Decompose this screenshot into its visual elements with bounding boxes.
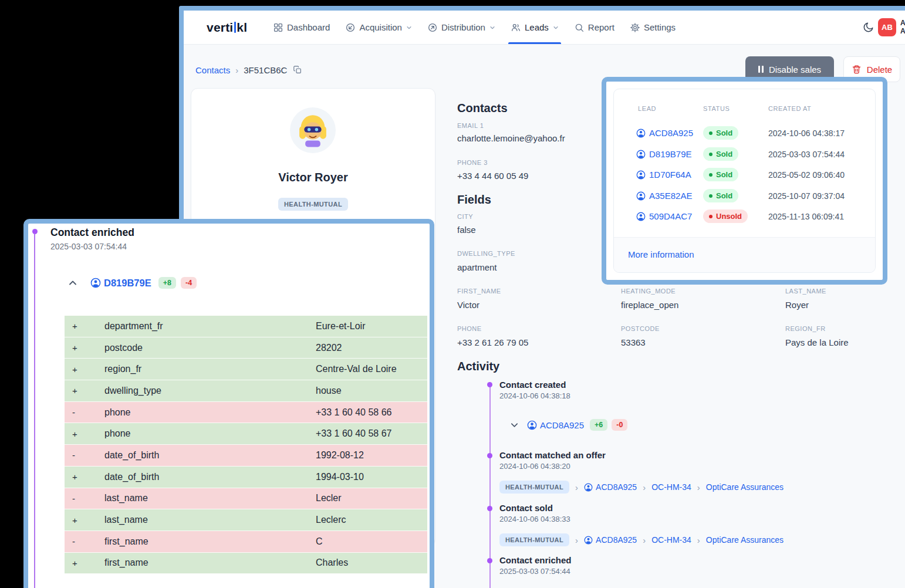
status-badge: Sold (703, 189, 738, 202)
table-row: D819B79E Sold 2025-03-03 07:54:44 (614, 144, 875, 164)
diff-row: - phone +33 1 60 40 58 66 (65, 402, 427, 424)
leads-icon (511, 22, 521, 33)
field-value-heating-mode: fireplace_open (621, 300, 678, 310)
field-value-city: false (457, 225, 476, 235)
nav-distribution[interactable]: Distribution (427, 11, 495, 44)
timeline-line (34, 234, 35, 588)
timeline-dot (487, 382, 492, 387)
nav-report-label: Report (588, 22, 614, 32)
chain-tag-health-mutual: HEALTH-MUTUAL (499, 533, 569, 546)
acquisition-icon (345, 22, 356, 33)
chain-lead-link[interactable]: ACD8A925 (584, 482, 637, 492)
more-information-link[interactable]: More information (628, 249, 694, 259)
chain-offer-link[interactable]: OC-HM-34 (651, 535, 691, 545)
distribution-icon (427, 22, 438, 33)
nav-settings[interactable]: Settings (630, 11, 676, 44)
chevron-down-icon (553, 25, 559, 31)
table-row: ACD8A925 Sold 2024-10-06 04:38:17 (614, 123, 875, 143)
timeline-dot (487, 506, 492, 511)
chevron-down-icon (510, 421, 519, 430)
lead-link[interactable]: D819B79E (90, 278, 151, 289)
avatar (290, 107, 336, 153)
status-badge: Unsold (703, 209, 748, 223)
chain-lead-link[interactable]: ACD8A925 (584, 535, 637, 545)
column-header-status: STATUS (703, 105, 730, 112)
user-avatar[interactable]: AB (878, 18, 896, 36)
event-contact-created-time: 2024-10-06 04:38:18 (499, 391, 570, 400)
event-contact-sold-time: 2024-10-06 04:38:33 (499, 515, 570, 523)
person-icon (584, 536, 593, 545)
diff-row: + last_name Leclerc (65, 509, 427, 531)
contact-name: Victor Royer (191, 171, 435, 184)
event-matched-offer-title: Contact matched an offer (499, 450, 606, 460)
diff-row: + region_fr Centre-Val de Loire (65, 359, 427, 380)
copy-icon (293, 65, 302, 75)
lead-link[interactable]: ACD8A925 (636, 123, 693, 143)
field-value-phone3: +33 4 44 60 05 49 (457, 171, 528, 181)
column-header-created-at: CREATED AT (768, 105, 811, 112)
superhero-avatar-icon (293, 111, 332, 150)
logo-bar-icon (234, 22, 236, 33)
field-label-postcode: POSTCODE (621, 325, 660, 332)
field-label-phone3: PHONE 3 (457, 159, 488, 166)
status-badge: Sold (703, 126, 738, 140)
field-value-first-name: Victor (457, 300, 479, 310)
diff-row: + postcode 28202 (65, 337, 427, 359)
nav-leads[interactable]: Leads (511, 11, 559, 44)
field-value-dwelling-type: apartment (457, 262, 497, 272)
logo-text-suffix: kl (237, 21, 247, 35)
event-contact-created-title: Contact created (499, 380, 566, 390)
person-icon (527, 420, 537, 430)
breadcrumb-separator: › (235, 65, 238, 75)
nav-dashboard[interactable]: Dashboard (273, 11, 330, 44)
diff-row: - last_name Lecler (65, 488, 427, 510)
fields-section-title: Fields (457, 193, 491, 207)
person-icon (90, 278, 101, 288)
lead-link[interactable]: 1D70F64A (636, 164, 691, 185)
lead-link[interactable]: 509D4AC7 (636, 206, 692, 227)
field-label-email1: EMAIL 1 (457, 122, 484, 129)
field-label-phone: PHONE (457, 325, 482, 332)
lead-diff-expander[interactable]: D819B79E +8 -4 (68, 274, 197, 292)
enriched-event-time: 2025-03-03 07:54:44 (50, 242, 127, 251)
status-badge: Sold (703, 147, 738, 161)
nav-acquisition[interactable]: Acquisition (345, 11, 412, 44)
brand-logo[interactable]: vertikl (207, 11, 247, 44)
created-at-value: 2024-10-06 04:38:17 (768, 123, 845, 143)
chain-partner-link[interactable]: OptiCare Assurances (706, 535, 784, 545)
copy-id-button[interactable] (293, 65, 302, 75)
nav-settings-label: Settings (644, 22, 676, 32)
lead-link[interactable]: A35E82AE (636, 185, 692, 206)
table-row: A35E82AE Sold 2025-10-07 09:37:04 (614, 185, 875, 206)
chain-tag-health-mutual: HEALTH-MUTUAL (499, 481, 569, 494)
leads-table-overlay: LEAD STATUS CREATED AT ACD8A925 Sold 202… (602, 77, 887, 285)
lead-link[interactable]: D819B79E (636, 144, 692, 164)
person-icon (636, 212, 646, 221)
lead-diff-expander[interactable]: ACD8A925 +6 -0 (510, 417, 627, 432)
offer-chain: HEALTH-MUTUAL › ACD8A925 › OC-HM-34 › Op… (499, 532, 784, 548)
chain-offer-link[interactable]: OC-HM-34 (651, 482, 691, 492)
field-value-phone: +33 2 61 26 79 05 (457, 337, 528, 347)
breadcrumb-contacts-link[interactable]: Contacts (195, 65, 230, 75)
created-at-value: 2025-10-07 09:37:04 (768, 185, 845, 206)
table-row: 1D70F64A Sold 2025-05-02 09:06:40 (614, 164, 875, 185)
field-value-last-name: Royer (785, 300, 809, 310)
status-badge: Sold (703, 168, 738, 181)
nav-dashboard-label: Dashboard (287, 22, 330, 32)
removed-count-badge: -0 (612, 419, 627, 431)
diff-row: + dwelling_type house (65, 380, 427, 402)
field-label-city: CITY (457, 213, 473, 220)
enriched-event-title: Contact enriched (50, 227, 134, 239)
chain-partner-link[interactable]: OptiCare Assurances (706, 482, 784, 492)
contact-enriched-overlay: Contact enriched 2025-03-03 07:54:44 D81… (23, 219, 434, 588)
diff-row: + department_fr Eure-et-Loir (65, 316, 427, 337)
diff-row: + first_name Charles (65, 553, 427, 575)
gear-icon (630, 22, 640, 33)
nav-report[interactable]: Report (574, 11, 614, 44)
moon-icon (862, 21, 874, 33)
nav-leads-label: Leads (525, 22, 549, 32)
lead-link[interactable]: ACD8A925 (527, 420, 584, 430)
nav-acquisition-label: Acquisition (359, 22, 402, 32)
field-value-region-fr: Pays de la Loire (785, 337, 849, 347)
dark-mode-toggle[interactable] (862, 21, 875, 34)
